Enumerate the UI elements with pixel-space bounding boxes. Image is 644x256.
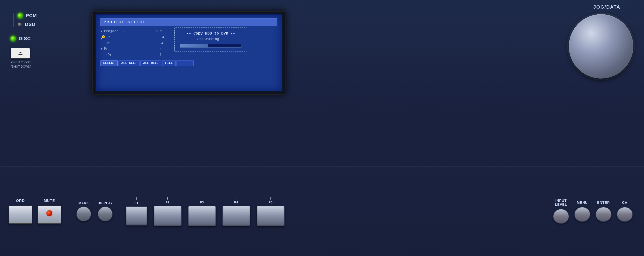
lcd-row-2-text: Pr 4 xyxy=(106,36,164,39)
f5-tick: | xyxy=(270,196,271,200)
popup-subtitle: Now working... xyxy=(180,37,242,41)
dsd-label: DSD xyxy=(25,22,36,27)
f4-tick: | xyxy=(236,196,236,200)
bottom-controls: ORD MUTE MARK DISPLAY | F1 xyxy=(0,166,644,256)
lcd-fn-select[interactable]: SELECT xyxy=(100,60,118,66)
ord-button-group: ORD xyxy=(8,199,32,224)
eject-label: OPEN/CLOSE(SHUT DOWN) xyxy=(11,60,31,69)
input-level-label-line1: INPUT xyxy=(555,199,567,203)
format-indicators: PCM DSD xyxy=(13,13,80,27)
f5-button[interactable] xyxy=(257,206,285,226)
f1-tick: | xyxy=(136,197,137,200)
scroll-up-icon: ▲ xyxy=(100,30,102,33)
dsd-indicator: DSD xyxy=(18,22,80,27)
lcd-title-text: PROJECT SELECT xyxy=(104,20,146,25)
display-outer: PROJECT SELECT ▲ Project 08 M d 🔑 Pr xyxy=(92,11,286,95)
display-button-group: DISPLAY xyxy=(98,201,113,222)
ca-label: CA xyxy=(622,201,628,205)
f2-tick: | xyxy=(167,196,168,200)
input-level-label-line2: LEVEL xyxy=(555,203,567,207)
pcm-led xyxy=(18,13,22,18)
device-panel: PCM DSD DISC ⏏ OPEN/CLOSE(SHUT DOWN) xyxy=(0,0,644,256)
f2-label: F2 xyxy=(166,200,170,204)
progress-bar xyxy=(180,44,242,48)
mute-label: MUTE xyxy=(44,199,55,203)
f3-tick: | xyxy=(202,196,202,200)
display-label: DISPLAY xyxy=(98,201,113,205)
scroll-down-icon: ▼ xyxy=(100,47,102,51)
f1-button-group: | F1 xyxy=(126,197,147,226)
f1-button[interactable] xyxy=(126,206,147,226)
top-section: PCM DSD DISC ⏏ OPEN/CLOSE(SHUT DOWN) xyxy=(0,0,644,112)
eject-button[interactable]: ⏏ xyxy=(11,48,30,58)
popup-dialog: -- Copy HDD to DVD -- Now working... xyxy=(174,28,247,52)
menu-button[interactable] xyxy=(574,207,590,222)
f1-label: F1 xyxy=(134,201,139,204)
lcd-row-5: ✓Pr 4 xyxy=(100,52,277,57)
lcd-row-5-text: ✓Pr 4 xyxy=(106,52,161,57)
popup-title: -- Copy HDD to DVD -- xyxy=(180,31,242,36)
f3-label: F3 xyxy=(200,200,204,204)
mute-button-group: MUTE xyxy=(38,199,61,224)
display-button[interactable] xyxy=(98,206,113,222)
enter-label: ENTER xyxy=(597,201,610,205)
jog-data-knob[interactable] xyxy=(569,14,633,78)
jog-data-label: JOG/DATA xyxy=(593,4,620,10)
menu-label: MENU xyxy=(577,201,588,205)
ord-label: ORD xyxy=(16,199,25,203)
disc-label: DISC xyxy=(19,36,31,42)
input-level-button-group: INPUT LEVEL xyxy=(553,199,569,224)
mark-button-group: MARK xyxy=(76,201,91,222)
disc-group: DISC ⏏ OPEN/CLOSE(SHUT DOWN) xyxy=(11,36,80,69)
f2-button-group: | F2 xyxy=(154,196,182,226)
disc-indicator: DISC xyxy=(11,36,80,42)
lcd-fn-empty xyxy=(176,60,194,66)
mark-label: MARK xyxy=(78,201,89,205)
right-panel: JOG/DATA xyxy=(515,0,644,112)
menu-button-group: MENU xyxy=(574,201,590,222)
input-level-label: INPUT LEVEL xyxy=(555,199,567,207)
pcm-indicator: PCM xyxy=(18,13,80,18)
mute-button[interactable] xyxy=(38,206,61,224)
disc-led xyxy=(11,36,16,41)
dsd-led xyxy=(18,22,22,26)
lcd-fn-all-rel[interactable]: ALL REL. xyxy=(140,60,162,66)
lcd-row-3-text: Pr 4 xyxy=(106,42,163,45)
lcd-screen: PROJECT SELECT ▲ Project 08 M d 🔑 Pr xyxy=(96,14,282,92)
enter-button[interactable] xyxy=(596,207,612,222)
ord-button[interactable] xyxy=(8,206,32,224)
mute-red-indicator xyxy=(46,210,52,216)
f3-button-group: | F3 xyxy=(188,196,216,226)
mark-button[interactable] xyxy=(76,206,91,222)
progress-bar-fill xyxy=(180,44,208,48)
lcd-function-bar: SELECT ALL SEL. ALL REL. FILE xyxy=(100,60,277,66)
lcd-fn-all-sel[interactable]: ALL SEL. xyxy=(118,60,140,66)
f4-button[interactable] xyxy=(222,206,250,226)
lcd-row-4-text: Pr 4 xyxy=(104,47,162,51)
eject-icon: ⏏ xyxy=(18,50,23,56)
lcd-fn-file[interactable]: FILE xyxy=(162,60,176,66)
ca-button[interactable] xyxy=(617,207,633,222)
eject-button-container: ⏏ OPEN/CLOSE(SHUT DOWN) xyxy=(11,48,80,69)
lcd-title-bar: PROJECT SELECT xyxy=(100,18,277,26)
lcd-row-1-text: Project 08 M d xyxy=(104,30,162,33)
f5-label: F5 xyxy=(268,200,273,204)
f4-label: F4 xyxy=(234,200,238,204)
pcm-label: PCM xyxy=(26,13,37,18)
f2-button[interactable] xyxy=(154,206,182,226)
f5-button-group: | F5 xyxy=(257,196,285,226)
f4-button-group: | F4 xyxy=(222,196,250,226)
lcd-display-container: PROJECT SELECT ▲ Project 08 M d 🔑 Pr xyxy=(92,11,286,95)
ca-button-group: CA xyxy=(617,201,633,222)
f3-button[interactable] xyxy=(188,206,216,226)
enter-button-group: ENTER xyxy=(596,201,612,222)
input-level-button[interactable] xyxy=(553,209,569,224)
key-icon: 🔑 xyxy=(100,35,105,40)
left-indicators-panel: PCM DSD DISC ⏏ OPEN/CLOSE(SHUT DOWN) xyxy=(6,6,84,75)
